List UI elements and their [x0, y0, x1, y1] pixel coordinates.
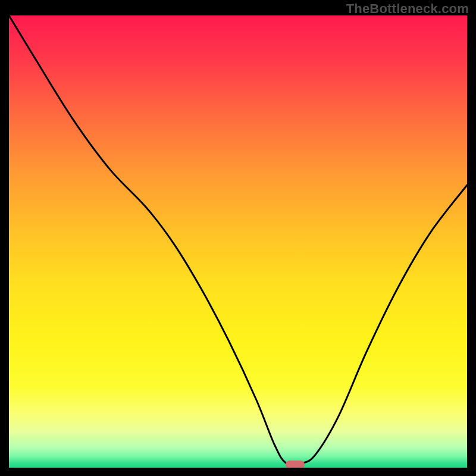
- optimal-marker: [286, 461, 305, 468]
- plot-svg: [9, 15, 467, 468]
- gradient-background: [9, 15, 467, 468]
- watermark-text: TheBottleneck.com: [346, 1, 469, 17]
- plot-area: [9, 15, 467, 468]
- chart-frame: TheBottleneck.com: [0, 0, 476, 476]
